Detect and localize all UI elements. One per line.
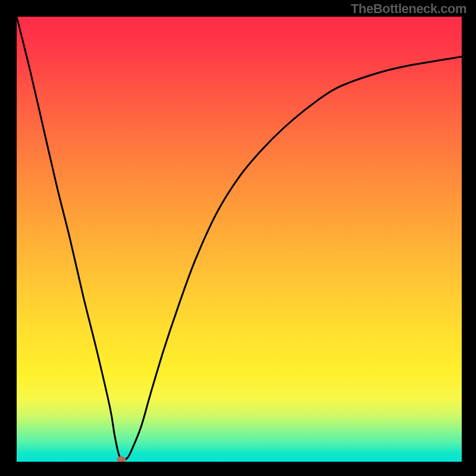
- optimum-point-marker: [117, 456, 126, 462]
- watermark-text: TheBottleneck.com: [351, 1, 466, 17]
- chart-svg: [17, 17, 462, 462]
- chart-plot-area: [17, 17, 462, 462]
- bottleneck-curve: [17, 17, 462, 459]
